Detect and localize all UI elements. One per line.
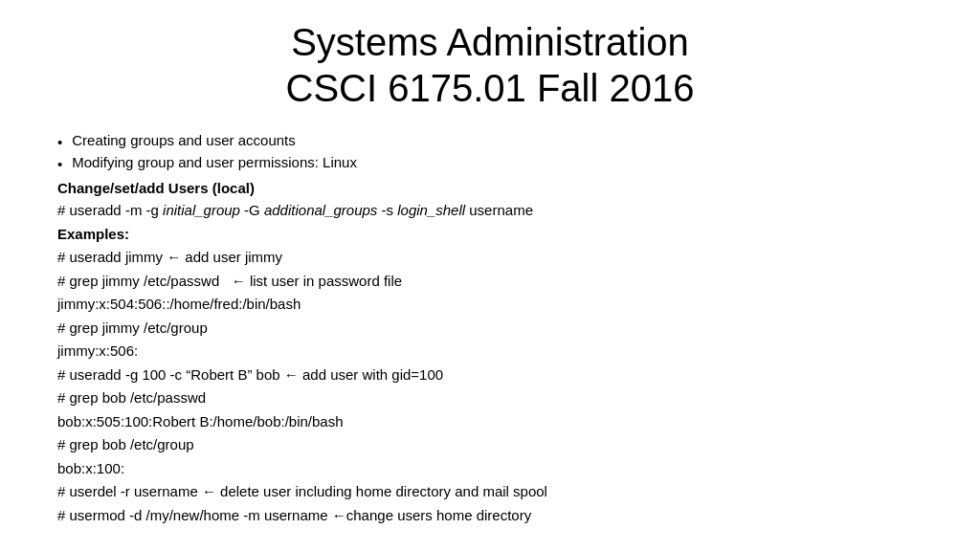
bullet-item-1: Creating groups and user accounts (57, 132, 923, 152)
title-line1: Systems Administration (57, 19, 923, 65)
cmd-additional-groups: additional_groups (264, 202, 377, 218)
example-line-3: jimmy:x:504:506::/home/fred:/bin/bash (57, 294, 923, 316)
cmd-middle2: -s (377, 202, 397, 218)
section-heading: Change/set/add Users (local) (57, 180, 923, 196)
title-block: Systems Administration CSCI 6175.01 Fall… (57, 19, 923, 111)
bullet-item-2-text: Modifying group and user permissions: Li… (72, 154, 357, 170)
example-line-12: # usermod -d /my/new/home -m username ←c… (57, 505, 923, 527)
bullet-list: Creating groups and user accounts Modify… (57, 132, 923, 174)
bullet-item-1-text: Creating groups and user accounts (72, 132, 295, 148)
example-line-6: # useradd -g 100 -c “Robert B” bob ← add… (57, 364, 923, 386)
cmd-login-shell: login_shell (397, 202, 465, 218)
example-line-5: jimmy:x:506: (57, 341, 923, 363)
example-line-1: # useradd jimmy ← add user jimmy (57, 247, 923, 269)
examples-heading: Examples: (57, 224, 923, 246)
example-line-10: bob:x:100: (57, 458, 923, 480)
cmd-middle: -G (240, 202, 264, 218)
example-line-11: # userdel -r username ← delete user incl… (57, 481, 923, 503)
title-line2: CSCI 6175.01 Fall 2016 (57, 65, 923, 111)
example-line-9: # grep bob /etc/group (57, 434, 923, 456)
cmd-prefix: # useradd -m -g (57, 202, 163, 218)
command-template-line: # useradd -m -g initial_group -G additio… (57, 200, 923, 222)
example-line-4: # grep jimmy /etc/group (57, 318, 923, 340)
bullet-item-2: Modifying group and user permissions: Li… (57, 154, 923, 174)
example-line-2: # grep jimmy /etc/passwd ← list user in … (57, 271, 923, 293)
example-line-8: bob:x:505:100:Robert B:/home/bob:/bin/ba… (57, 411, 923, 433)
cmd-initial-group: initial_group (163, 202, 240, 218)
example-line-7: # grep bob /etc/passwd (57, 387, 923, 409)
cmd-suffix: username (465, 202, 533, 218)
